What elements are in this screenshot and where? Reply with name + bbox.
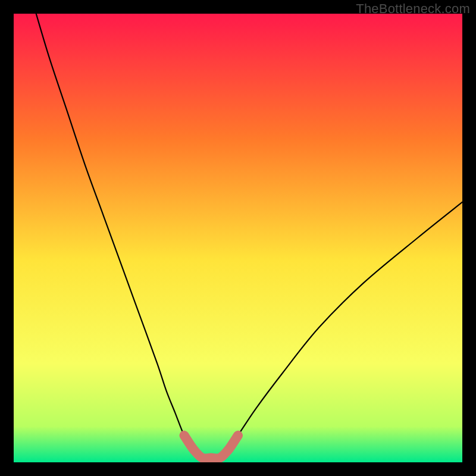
gradient-background bbox=[14, 14, 462, 462]
bottleneck-chart bbox=[14, 14, 462, 462]
plot-area bbox=[14, 14, 462, 462]
watermark-text: TheBottleneck.com bbox=[356, 1, 470, 17]
chart-frame: TheBottleneck.com bbox=[0, 0, 476, 476]
